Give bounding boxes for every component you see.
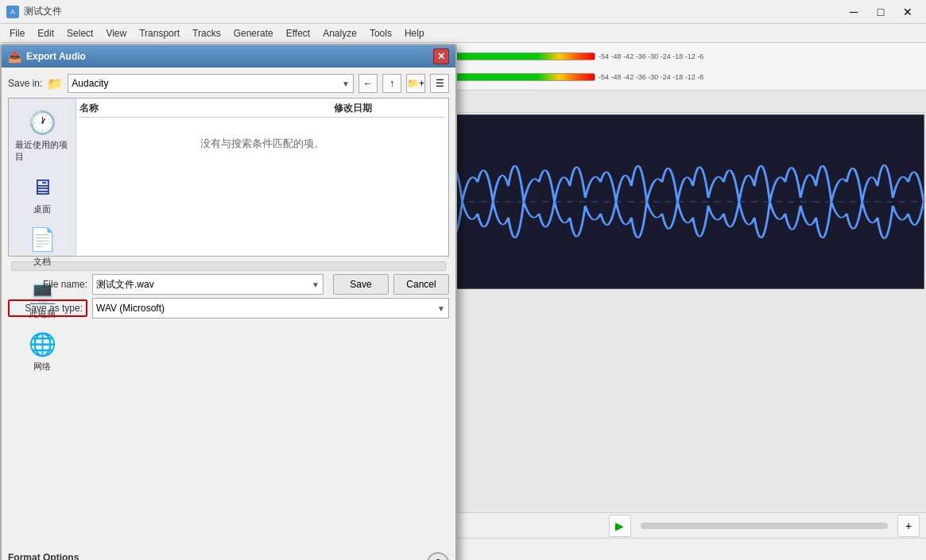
filename-input[interactable]: 测试文件.wav ▼	[92, 274, 324, 295]
filename-value: 测试文件.wav	[96, 278, 154, 292]
nav-recent-label: 最近使用的项目	[15, 139, 69, 163]
window-title: 测试文件	[24, 5, 62, 18]
format-options-section: Format Options Encoding:	[8, 549, 79, 560]
file-list-content: 名称 修改日期 没有与搜索条件匹配的项。	[76, 98, 448, 256]
menu-tools[interactable]: Tools	[363, 26, 398, 41]
nav-network-label: 网络	[33, 361, 51, 373]
filename-row: File name: 测试文件.wav ▼ Save Cancel	[8, 274, 449, 295]
save-in-row: Save in: 📁 Audacity ▼ ← ↑ 📁+ ☰	[8, 74, 449, 93]
dialog-title-bar: 📤 Export Audio ✕	[2, 45, 455, 68]
menu-generate[interactable]: Generate	[227, 26, 280, 41]
format-options-label: Format Options	[8, 552, 79, 560]
col-date[interactable]: 修改日期	[334, 102, 445, 115]
saveastype-row: Save as type: WAV (Microsoft) ▼	[8, 298, 449, 319]
vu-meter-area: 🎤 R -54 -48 -42 -36 -30 -24 -18 -12 -6 🔊…	[417, 48, 710, 86]
menu-help[interactable]: Help	[398, 26, 431, 41]
dialog-buttons: Save Cancel	[333, 274, 449, 295]
menu-effect[interactable]: Effect	[280, 26, 316, 41]
save-in-value: Audacity	[72, 78, 108, 89]
save-in-label: Save in:	[8, 78, 42, 89]
format-options-row: Format Options Encoding: ?	[8, 549, 449, 560]
menu-bar: File Edit Select View Transport Tracks G…	[0, 24, 926, 43]
nav-desktop[interactable]: 🖥 桌面	[12, 169, 72, 220]
saveastype-combo[interactable]: WAV (Microsoft) ▼	[92, 298, 449, 319]
dialog-title: Export Audio	[26, 51, 86, 62]
help-button[interactable]: ?	[427, 552, 449, 560]
saveastype-label: Save as type:	[8, 299, 87, 317]
file-list-empty: 没有与搜索条件匹配的项。	[79, 121, 445, 167]
dialog-close-button[interactable]: ✕	[433, 48, 449, 64]
menu-view[interactable]: View	[99, 26, 133, 41]
play-bottom-button[interactable]: ▶	[609, 515, 631, 537]
save-in-combo[interactable]: Audacity ▼	[68, 74, 354, 93]
nav-view-button[interactable]: ☰	[430, 74, 449, 93]
network-icon: 🌐	[29, 331, 56, 357]
menu-analyze[interactable]: Analyze	[316, 26, 363, 41]
sidebar-nav: 🕐 最近使用的项目 🖥 桌面 📄 文档 💻 此电脑	[9, 98, 76, 256]
nav-up-button[interactable]: ↑	[382, 74, 401, 93]
maximize-button[interactable]: □	[869, 4, 893, 20]
recent-icon: 🕐	[29, 110, 56, 136]
close-button[interactable]: ✕	[896, 4, 920, 20]
horizontal-scrollbar[interactable]	[11, 261, 446, 271]
filename-label: File name:	[8, 279, 87, 290]
save-button[interactable]: Save	[333, 274, 389, 295]
docs-icon: 📄	[29, 226, 56, 253]
menu-file[interactable]: File	[3, 26, 31, 41]
title-bar: A 测试文件 ─ □ ✕	[0, 0, 926, 24]
folder-icon: 📁	[47, 76, 63, 91]
file-list-header: 名称 修改日期	[79, 102, 445, 118]
col-name[interactable]: 名称	[79, 102, 334, 115]
desktop-icon: 🖥	[31, 174, 53, 200]
minimize-button[interactable]: ─	[842, 4, 866, 20]
menu-edit[interactable]: Edit	[31, 26, 60, 41]
menu-select[interactable]: Select	[60, 26, 99, 41]
nav-docs[interactable]: 📄 文档	[12, 222, 72, 272]
nav-desktop-label: 桌面	[33, 203, 51, 215]
saveastype-value: WAV (Microsoft)	[96, 303, 165, 314]
menu-tracks[interactable]: Tracks	[186, 26, 227, 41]
app-icon: A	[6, 6, 19, 18]
nav-new-folder-button[interactable]: 📁+	[406, 74, 425, 93]
expand-button[interactable]: +	[897, 515, 920, 537]
filename-arrow[interactable]: ▼	[312, 280, 320, 289]
menu-transport[interactable]: Transport	[133, 26, 186, 41]
nav-recent[interactable]: 🕐 最近使用的项目	[12, 105, 72, 168]
nav-back-button[interactable]: ←	[358, 74, 378, 93]
dialog-body: Save in: 📁 Audacity ▼ ← ↑ 📁+ ☰ 🕐 最近使用的项目	[2, 68, 455, 560]
saveastype-arrow[interactable]: ▼	[437, 304, 445, 313]
file-list-area: 🕐 最近使用的项目 🖥 桌面 📄 文档 💻 此电脑	[8, 98, 449, 257]
nav-docs-label: 文档	[33, 256, 51, 268]
export-audio-dialog: 📤 Export Audio ✕ Save in: 📁 Audacity ▼ ←…	[0, 44, 457, 560]
form-area: File name: 测试文件.wav ▼ Save Cancel Save a…	[8, 271, 449, 560]
cancel-button[interactable]: Cancel	[393, 274, 449, 295]
save-in-arrow[interactable]: ▼	[342, 79, 350, 88]
nav-network[interactable]: 🌐 网络	[12, 326, 72, 377]
